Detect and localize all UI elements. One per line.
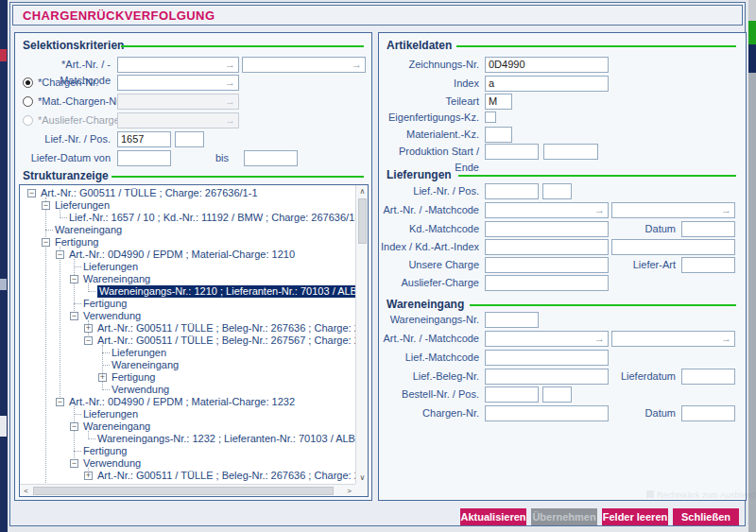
teileart-field[interactable]: M [485, 94, 512, 110]
tree-node-label[interactable]: Fertigung [83, 298, 127, 310]
collapse-icon[interactable]: − [70, 459, 78, 468]
matchcode-field[interactable]: → [242, 57, 366, 73]
datum-field[interactable] [681, 405, 735, 421]
tree-node-label[interactable]: Art.-Nr.: G00511 / TÜLLE ; Charge: 26763… [41, 187, 258, 199]
lookup-arrow-icon[interactable]: → [721, 204, 731, 215]
index-field[interactable]: a [485, 76, 609, 92]
vertical-scrollbar[interactable]: ∧ ∨ [355, 185, 368, 484]
horizontal-scrollbar[interactable]: < > [20, 484, 355, 496]
liefer-datum-von-field[interactable] [117, 150, 171, 166]
collapse-icon[interactable]: − [70, 312, 78, 320]
bestell-pos-field[interactable] [542, 386, 572, 403]
tree-node-label[interactable]: Wareneingangs-Nr.: 1232 ; Lieferanten-Nr… [97, 433, 355, 445]
index-field[interactable] [485, 239, 609, 255]
lief-nr-field[interactable] [485, 183, 539, 199]
tree-node-label[interactable]: Lieferungen [83, 261, 138, 273]
scroll-right-icon[interactable]: > [343, 485, 355, 497]
tree-node-label[interactable]: Art.-Nr.: G00511 / TÜLLE ; Beleg-Nr.: 26… [97, 470, 355, 482]
aktualisieren-button[interactable]: Aktualisieren [460, 508, 526, 525]
tree-node[interactable]: Wareneingang [20, 224, 355, 236]
scroll-up-icon[interactable]: ∧ [356, 185, 369, 197]
tree-node-label[interactable]: Art.-Nr.: 0D4990 / EPDM ; Material-Charg… [69, 396, 295, 408]
tree-node[interactable]: −Art.-Nr.: 0D4990 / EPDM ; Material-Char… [20, 396, 355, 408]
expand-icon[interactable]: + [84, 324, 93, 333]
tree-node-label[interactable]: Fertigung [83, 445, 127, 457]
tree-node[interactable]: Wareneingangs-Nr.: 1232 ; Lieferanten-Nr… [20, 433, 355, 445]
lookup-arrow-icon[interactable]: → [594, 204, 605, 215]
tree-node-label[interactable]: Verwendung [112, 384, 169, 396]
tree-node-label[interactable]: Lieferungen [112, 347, 166, 359]
lief-pos-field[interactable] [175, 131, 204, 147]
tree-node[interactable]: Fertigung [20, 298, 355, 310]
tree-node[interactable]: −Lieferungen [20, 199, 355, 212]
tree-node-label[interactable]: Art.-Nr.: G00511 / TÜLLE ; Beleg-Nr.: 26… [97, 322, 355, 335]
lookup-arrow-icon[interactable]: → [352, 59, 362, 70]
art-nr-field[interactable]: → [485, 331, 609, 347]
vertical-scroll-thumb[interactable] [358, 198, 367, 244]
lookup-arrow-icon[interactable]: → [225, 77, 235, 88]
tree-node[interactable]: +Art.-Nr.: G00511 / TÜLLE ; Beleg-Nr.: 2… [20, 322, 355, 335]
tree-node[interactable]: Wareneingang [20, 359, 355, 371]
tree-node-label[interactable]: Lieferungen [55, 199, 110, 212]
tree-node[interactable]: Fertigung [20, 445, 355, 457]
produktion-ende-field[interactable] [543, 144, 598, 160]
tree-node-label[interactable]: Lief.-Nr.: 1657 / 10 ; Kd.-Nr.: 11192 / … [69, 212, 355, 224]
felder-leeren-button[interactable]: Felder leeren [602, 508, 668, 525]
tree-node-label[interactable]: Art.-Nr.: G00511 / TÜLLE ; Beleg-Nr.: 26… [97, 335, 355, 347]
lookup-arrow-icon[interactable]: → [721, 333, 731, 344]
lookup-arrow-icon[interactable]: → [594, 333, 605, 344]
horizontal-scroll-thumb[interactable] [33, 487, 334, 495]
expand-icon[interactable]: + [84, 472, 93, 480]
collapse-icon[interactable]: − [56, 250, 64, 259]
tree-node[interactable]: −Wareneingang [20, 273, 355, 285]
collapse-icon[interactable]: − [42, 238, 50, 247]
tree-node-label[interactable]: Fertigung [55, 236, 98, 249]
lieferdatum-field[interactable] [681, 369, 735, 385]
ausliefer-charge-field[interactable] [485, 275, 609, 291]
tree-node-label[interactable]: Fertigung [112, 371, 155, 384]
wareneingangs-nr-field[interactable] [485, 312, 539, 328]
mat-chargen-nr-radio[interactable] [23, 96, 33, 107]
scroll-left-icon[interactable]: < [20, 485, 32, 497]
lief-pos-field[interactable] [542, 183, 572, 199]
lief-matchcode-field[interactable] [485, 350, 609, 366]
liefer-art-field[interactable] [681, 257, 735, 273]
collapse-icon[interactable]: − [42, 201, 50, 210]
artnr-field[interactable]: → [117, 57, 239, 73]
chargen-nr-radio[interactable] [23, 77, 33, 88]
chargen-nr-field[interactable]: → [117, 75, 239, 91]
tree-node[interactable]: Lieferungen [20, 408, 355, 420]
matchcode-field[interactable]: → [611, 202, 735, 218]
tree-node[interactable]: −Art.-Nr.: G00511 / TÜLLE ; Charge: 2676… [20, 187, 355, 199]
collapse-icon[interactable]: − [70, 275, 78, 283]
tree-node[interactable]: +Fertigung [20, 371, 355, 384]
tree-node[interactable]: +Art.-Nr.: G00511 / TÜLLE ; Beleg-Nr.: 2… [20, 470, 355, 482]
tree-node[interactable]: −Art.-Nr.: 0D4990 / EPDM ; Material-Char… [20, 249, 355, 261]
lookup-arrow-icon[interactable]: → [225, 59, 235, 70]
bestell-nr-field[interactable] [485, 386, 539, 403]
tree-node-label[interactable]: Wareneingang [83, 273, 150, 285]
tree-node-label[interactable]: Wareneingang [83, 420, 150, 433]
schliessen-button[interactable]: Schließen [673, 508, 739, 525]
datum-field[interactable] [681, 221, 735, 237]
tree-node[interactable]: Lieferungen [20, 261, 355, 273]
eigenfertigungs-kz-checkbox[interactable] [485, 112, 496, 123]
collapse-icon[interactable]: − [70, 422, 78, 431]
tree-node[interactable]: −Art.-Nr.: G00511 / TÜLLE ; Beleg-Nr.: 2… [20, 335, 355, 347]
tree-node-label[interactable]: Verwendung [83, 310, 141, 322]
tree-node[interactable]: −Verwendung [20, 310, 355, 322]
tree-node-label[interactable]: Lieferungen [83, 408, 138, 420]
kd-art-index-field[interactable] [611, 239, 735, 255]
tree-node-label[interactable]: Wareneingang [112, 359, 179, 371]
tree-node-label[interactable]: Verwendung [83, 457, 141, 470]
art-nr-field[interactable]: → [485, 202, 609, 218]
tree-node[interactable]: Verwendung [20, 384, 355, 396]
tree-node[interactable]: Lief.-Nr.: 1657 / 10 ; Kd.-Nr.: 11192 / … [20, 212, 355, 224]
tree-node-label[interactable]: Wareneingang [55, 224, 122, 236]
tree-node[interactable]: −Fertigung [20, 236, 355, 249]
scroll-down-icon[interactable]: ∨ [356, 472, 369, 484]
tree-node-label[interactable]: Wareneingangs-Nr.: 1210 ; Lieferanten-Nr… [97, 285, 355, 298]
materialent-kz-field[interactable] [485, 127, 512, 143]
matchcode-field[interactable]: → [611, 331, 735, 347]
lief-nr-field[interactable]: 1657 [117, 131, 171, 147]
